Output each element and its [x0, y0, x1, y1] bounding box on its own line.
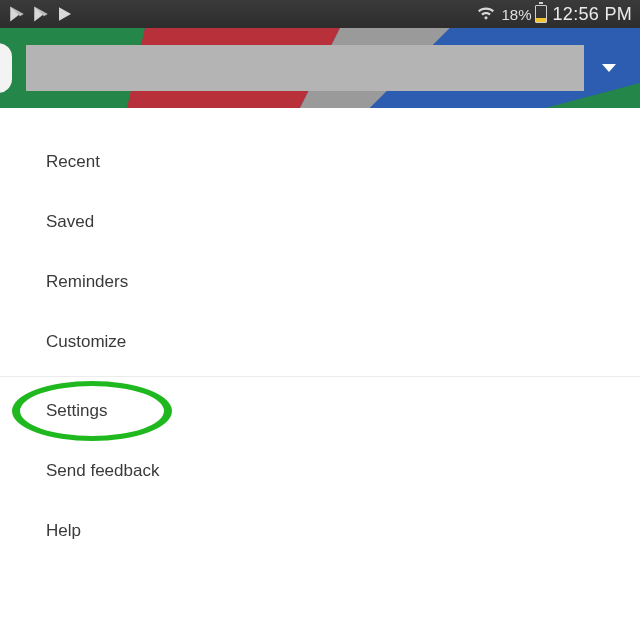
menu-item-saved[interactable]: Saved [0, 192, 640, 252]
status-right: 18% 12:56 PM [476, 4, 632, 25]
app-header [0, 28, 640, 108]
play-triangle-icon [56, 5, 74, 23]
status-left [8, 5, 74, 23]
status-bar: 18% 12:56 PM [0, 0, 640, 28]
menu-divider [0, 376, 640, 377]
navigation-menu: RecentSavedRemindersCustomizeSettingsSen… [0, 108, 640, 561]
menu-item-help[interactable]: Help [0, 501, 640, 561]
menu-item-settings[interactable]: Settings [0, 381, 640, 441]
menu-item-reminders[interactable]: Reminders [0, 252, 640, 312]
avatar[interactable] [0, 43, 12, 93]
menu-item-recent[interactable]: Recent [0, 132, 640, 192]
menu-item-send-feedback[interactable]: Send feedback [0, 441, 640, 501]
wifi-icon [476, 5, 496, 24]
play-store-icon [8, 5, 26, 23]
menu-item-customize[interactable]: Customize [0, 312, 640, 372]
clock: 12:56 PM [553, 4, 632, 25]
account-dropdown-icon[interactable] [602, 64, 616, 72]
battery-icon [535, 5, 547, 23]
search-input[interactable] [26, 45, 584, 91]
play-store-icon-2 [32, 5, 50, 23]
battery-percentage: 18% [502, 6, 532, 23]
battery-indicator: 18% [502, 5, 547, 23]
